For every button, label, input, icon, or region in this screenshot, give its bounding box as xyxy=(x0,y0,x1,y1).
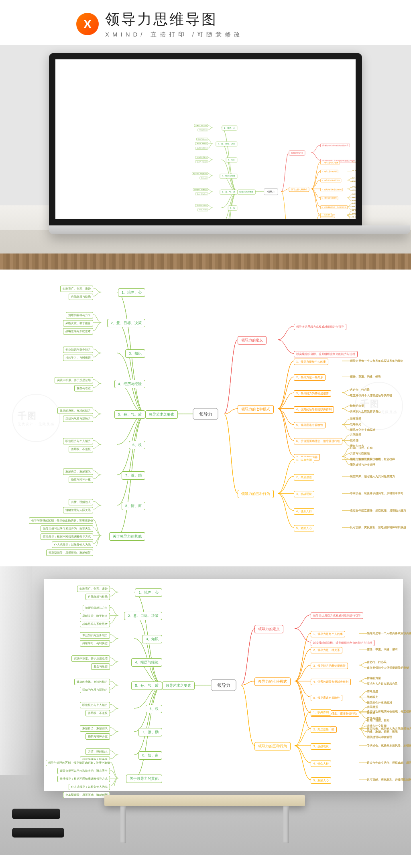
mindmap-leaf: 1、领导力是每个人的事 xyxy=(311,631,345,637)
mindmap-leaf: 4、优秀的领导都是以身作则 xyxy=(311,679,351,685)
mindmap-leaf: 使命感 xyxy=(352,206,355,207)
mindmap-left-root: 领导艺术之要素 xyxy=(145,410,178,419)
mindmap-leaf: 以实现组织目标、提升组织竞争力的能力与过程 xyxy=(294,351,358,357)
mindmap-branch-left: 7、激、励 xyxy=(224,222,237,225)
mindmap-leaf: 4、优秀的领导都是以身作则 xyxy=(294,406,334,413)
office-chair xyxy=(12,809,64,849)
mindmap-leaf: 领导力是每一个人都具备或应该具备的能力 xyxy=(350,359,403,363)
mindmap-branch-right: 领导力的五种行为 xyxy=(238,490,274,498)
mindmap-diagram-wall: 领导力领导艺术之要素领导力的定义领导者运用权力或权威对组织进行引导以实现组织目标… xyxy=(49,584,398,786)
mindmap-leaf: 变革型领导：愿景驱动、激励创新 xyxy=(46,550,93,556)
mindmap-leaf: 2、共启愿景 xyxy=(321,223,332,225)
mindmap-leaf: 战略思维与系统思考 xyxy=(80,621,110,627)
mindmap-leaf: 职位权力与个人魅力 xyxy=(63,438,93,444)
mindmap-branch-left: 8、情、商 xyxy=(122,502,145,510)
mindmap-full-section: 千图 无忧设计 · 无限灵感 千图 无忧设计 · 无限灵感 领导力领导艺术之要素… xyxy=(0,270,411,566)
mindmap-center-node: 领导力 xyxy=(211,679,236,691)
mindmap-leaf: 4、优秀的领导都是以身作则 xyxy=(321,188,343,191)
mindmap-leaf: 健康的身体、充沛的精力 xyxy=(74,679,110,685)
mindmap-branch-left: 5、身、气、质 xyxy=(114,410,145,419)
page-title: 领导力思维导图 xyxy=(105,10,243,29)
mindmap-leaf: 激励自己、激励团队 xyxy=(80,725,110,732)
mindmap-leaf: 团队建设与冲突管理 xyxy=(352,219,362,221)
mindmap-leaf: 仆人式领导：以服务他人为先 xyxy=(69,784,110,790)
mindmap-leaf: 5、激励人心 xyxy=(311,777,331,784)
mindmap-leaf: 信任、尊重、沟通、倾听 xyxy=(352,170,362,171)
laptop-device: 领导力领导艺术之要素领导力的定义领导者运用权力或权威对组织进行引导以实现组织目标… xyxy=(49,53,362,237)
mindmap-leaf: 物质与精神并重 xyxy=(69,477,93,483)
mindmap-leaf: 果断决策、敢于担当 xyxy=(195,142,208,145)
mindmap-leaf: 自知、自控、自励 xyxy=(350,446,372,450)
mindmap-leaf: 3、挑战现状 xyxy=(311,743,331,750)
mindmap-leaf: 情绪管理与人际关系 xyxy=(63,507,93,513)
mindmap-branch-left: 1、境界、心 xyxy=(118,288,145,297)
mindmap-leaf: 变革型领导：愿景驱动、激励创新 xyxy=(63,792,110,798)
mindmap-leaf: 言必行、行必果 xyxy=(350,388,370,392)
mindmap-leaf: 4、使众人行 xyxy=(311,761,331,767)
mindmap-leaf: 清晰的目标与方向 xyxy=(66,312,93,318)
mindmap-leaf: 榜样的力量 xyxy=(352,186,358,187)
mindmap-branch-left: 3、知识 xyxy=(226,158,237,162)
mindmap-leaf: 2、共启愿景 xyxy=(294,474,314,481)
mindmap-leaf: 沉稳的气质与影响力 xyxy=(63,416,93,422)
mindmap-branch-left: 5、身、气、质 xyxy=(131,681,162,690)
mindmap-branch-left: 2、意、目标、决策 xyxy=(216,142,237,146)
mindmap-leaf: 善用权、不滥权 xyxy=(197,209,208,211)
mindmap-leaf: 通过合作建立信任、授权赋能、增强他人能力 xyxy=(350,509,406,513)
mindmap-leaf: 5、领导应该有前瞻性 xyxy=(294,422,326,428)
mindmap-leaf: 激励自己、激励团队 xyxy=(195,220,208,223)
mindmap-leaf: 建立并保持个人信誉是领导的关键 xyxy=(350,393,392,397)
mindmap-leaf: 复盘与改进 xyxy=(200,176,208,179)
mindmap-leaf: 使命感 xyxy=(350,438,358,442)
mindmap-leaf: 认可贡献、庆祝胜利、营造团队精神与归属感 xyxy=(350,525,406,529)
mindmap-branch-right: 领导力的七种模式 xyxy=(254,677,291,686)
mindmap-leaf: 2、领导力是一种关系 xyxy=(311,647,342,653)
mindmap-leaf: 要求别人之前先要求自己 xyxy=(350,410,381,414)
mindmap-leaf: 持续学习、与时俱进 xyxy=(195,160,208,163)
mindmap-leaf: 实践中积累、善于反思总结 xyxy=(55,377,93,383)
mindmap-leaf: 善用权、不滥权 xyxy=(85,710,110,716)
header-text: 领导力思维导图 XMIND/ 直接打印 /可随意修改 xyxy=(105,10,243,39)
mindmap-leaf: 清晰的目标与方向 xyxy=(83,605,110,611)
mindmap-leaf: 1、以身作则 xyxy=(321,213,332,217)
mindmap-leaf: 5、领导应该有前瞻性 xyxy=(321,197,338,200)
mindmap-leaf: 2、共启愿景 xyxy=(321,223,332,225)
mindmap-leaf: 共同愿景 xyxy=(350,433,361,437)
mindmap-branch-left: 6、权 xyxy=(228,206,237,211)
xmind-logo-icon: X xyxy=(76,13,99,35)
mindmap-leaf: 自知、自控、自励 xyxy=(367,718,389,722)
mindmap-branch-right: 领导力的定义 xyxy=(238,336,267,345)
mindmap-leaf: 职位权力与个人魅力 xyxy=(195,204,208,207)
mindmap-branch-left: 7、激、励 xyxy=(224,222,237,225)
mindmap-leaf: 持续学习、与时俱进 xyxy=(63,355,93,361)
mindmap-center-node: 领导力 xyxy=(264,189,278,195)
mindmap-leaf: 榜样的力量 xyxy=(367,676,381,680)
mindmap-branch-left: 7、激、励 xyxy=(138,728,162,736)
mindmap-leaf: 展望未来、感召他人为共同愿景努力 xyxy=(367,727,411,731)
mindmap-leaf: 建立并保持个人信誉是领导的关键 xyxy=(352,180,362,182)
mindmap-leaf: 共情、理解他人 xyxy=(69,499,93,505)
mindmap-branch-left: 1、境界、心 xyxy=(222,126,237,130)
mindmap-branch-left: 4、经历与经验 xyxy=(114,380,145,388)
mindmap-leaf: 2、领导力是一种关系 xyxy=(294,374,326,381)
mindmap-leaf: 要求别人之前先要求自己 xyxy=(367,682,398,686)
mindmap-leaf: 战略眼光 xyxy=(367,695,378,699)
mindmap-leaf: 5、领导应该有前瞻性 xyxy=(311,695,342,701)
mindmap-leaf: 共同愿景 xyxy=(352,203,356,204)
mindmap-leaf: 4、使众人行 xyxy=(294,508,314,515)
mindmap-leaf: 寻求机会、试验并承担风险、从错误中学习 xyxy=(350,491,403,495)
mindmap-leaf: 建立并保持个人信誉是领导的关键 xyxy=(367,666,409,670)
mindmap-leaf: 5、激励人心 xyxy=(294,525,314,531)
office-window xyxy=(0,566,32,775)
mindmap-leaf: 通过合作建立信任、授权赋能、增强他人能力 xyxy=(367,761,411,765)
office-mockup-section: 领导力领导艺术之要素领导力的定义领导者运用权力或权威对组织进行引导以实现组织目标… xyxy=(0,566,411,855)
mindmap-leaf: 物质与精神并重 xyxy=(85,733,110,740)
mindmap-leaf: 自我超越与格局 xyxy=(85,594,110,600)
mindmap-branch-left: 6、权 xyxy=(129,441,145,449)
mindmap-leaf: 1、以身作则 xyxy=(294,457,314,463)
mindmap-leaf: 领导者运用权力或权威对组织进行引导 xyxy=(311,612,363,619)
mindmap-leaf: 善用权、不滥权 xyxy=(69,446,93,452)
mindmap-leaf: 1、以身作则 xyxy=(311,709,331,716)
mindmap-leaf: 3、挑战现状 xyxy=(294,491,314,497)
mindmap-left-root: 领导艺术之要素 xyxy=(237,190,255,195)
